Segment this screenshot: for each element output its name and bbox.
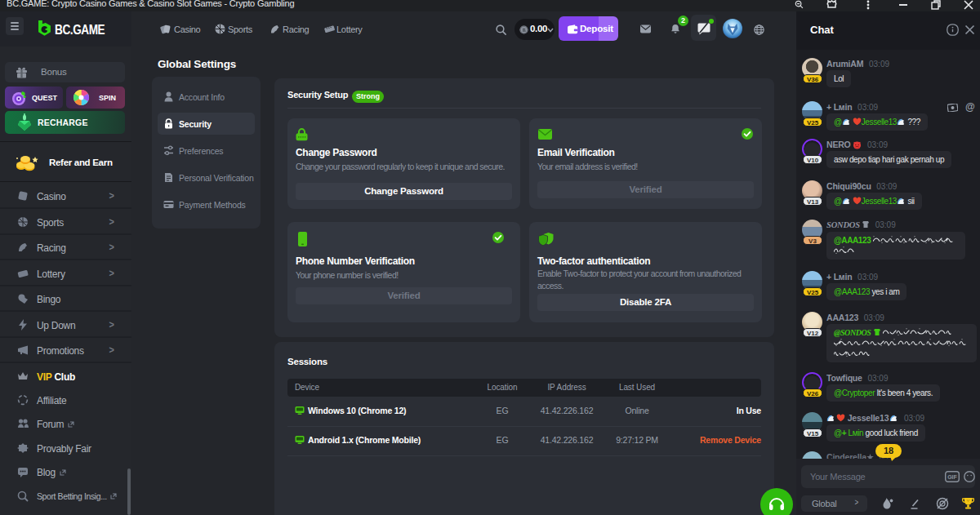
svg-text:GIF: GIF (947, 474, 957, 480)
